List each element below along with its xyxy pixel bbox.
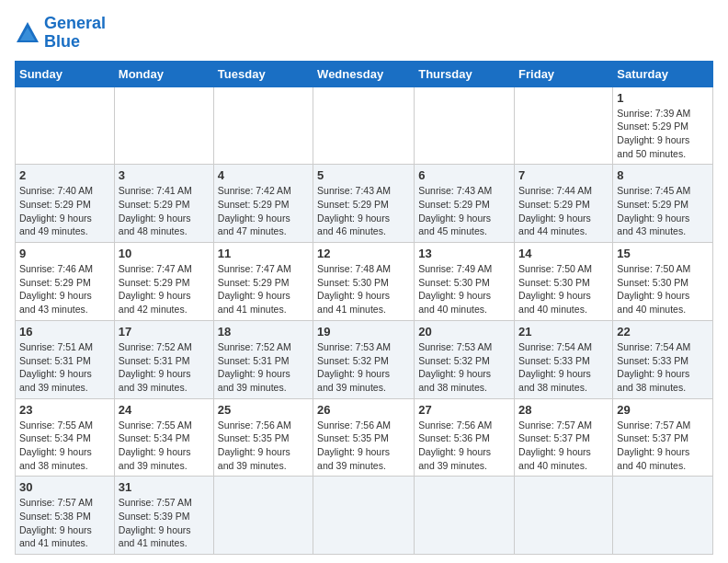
- table-row: 14Sunrise: 7:50 AM Sunset: 5:30 PM Dayli…: [515, 243, 613, 321]
- table-row: 22Sunrise: 7:54 AM Sunset: 5:33 PM Dayli…: [613, 320, 713, 398]
- calendar-row: 2Sunrise: 7:40 AM Sunset: 5:29 PM Daylig…: [16, 165, 713, 243]
- day-info: Sunrise: 7:55 AM Sunset: 5:34 PM Dayligh…: [119, 419, 210, 473]
- day-info: Sunrise: 7:50 AM Sunset: 5:30 PM Dayligh…: [518, 262, 609, 316]
- page-header: General Blue: [15, 15, 713, 52]
- table-row: 19Sunrise: 7:53 AM Sunset: 5:32 PM Dayli…: [313, 320, 415, 398]
- table-row: 6Sunrise: 7:43 AM Sunset: 5:29 PM Daylig…: [415, 165, 515, 243]
- day-info: Sunrise: 7:50 AM Sunset: 5:30 PM Dayligh…: [617, 262, 709, 316]
- table-row: 23Sunrise: 7:55 AM Sunset: 5:34 PM Dayli…: [16, 398, 115, 477]
- table-row: [515, 477, 613, 555]
- table-row: 17Sunrise: 7:52 AM Sunset: 5:31 PM Dayli…: [114, 320, 213, 398]
- day-info: Sunrise: 7:46 AM Sunset: 5:29 PM Dayligh…: [19, 262, 110, 316]
- col-thursday: Thursday: [415, 61, 515, 86]
- table-row: 18Sunrise: 7:52 AM Sunset: 5:31 PM Dayli…: [213, 320, 313, 398]
- table-row: 20Sunrise: 7:53 AM Sunset: 5:32 PM Dayli…: [415, 320, 515, 398]
- day-info: Sunrise: 7:53 AM Sunset: 5:32 PM Dayligh…: [418, 340, 510, 395]
- table-row: 3Sunrise: 7:41 AM Sunset: 5:29 PM Daylig…: [114, 165, 213, 243]
- day-number: 4: [218, 168, 309, 182]
- day-number: 31: [119, 480, 210, 494]
- table-row: [415, 477, 515, 555]
- table-row: [16, 86, 115, 165]
- day-number: 8: [617, 168, 709, 182]
- table-row: 4Sunrise: 7:42 AM Sunset: 5:29 PM Daylig…: [213, 165, 313, 243]
- day-number: 26: [317, 403, 410, 417]
- table-row: [213, 477, 313, 555]
- col-wednesday: Wednesday: [313, 61, 415, 86]
- day-info: Sunrise: 7:51 AM Sunset: 5:31 PM Dayligh…: [19, 340, 110, 395]
- day-info: Sunrise: 7:39 AM Sunset: 5:29 PM Dayligh…: [617, 107, 709, 161]
- logo-icon: [15, 20, 40, 46]
- day-info: Sunrise: 7:56 AM Sunset: 5:36 PM Dayligh…: [418, 419, 510, 473]
- day-number: 29: [617, 403, 709, 417]
- calendar-row: 30Sunrise: 7:57 AM Sunset: 5:38 PM Dayli…: [16, 477, 713, 555]
- table-row: 24Sunrise: 7:55 AM Sunset: 5:34 PM Dayli…: [114, 398, 213, 477]
- col-saturday: Saturday: [613, 61, 713, 86]
- day-number: 22: [617, 325, 709, 339]
- day-info: Sunrise: 7:49 AM Sunset: 5:30 PM Dayligh…: [418, 262, 510, 316]
- table-row: [213, 86, 313, 165]
- day-info: Sunrise: 7:45 AM Sunset: 5:29 PM Dayligh…: [617, 184, 709, 238]
- table-row: 11Sunrise: 7:47 AM Sunset: 5:29 PM Dayli…: [213, 243, 313, 321]
- table-row: 25Sunrise: 7:56 AM Sunset: 5:35 PM Dayli…: [213, 398, 313, 477]
- table-row: 2Sunrise: 7:40 AM Sunset: 5:29 PM Daylig…: [16, 165, 115, 243]
- day-info: Sunrise: 7:47 AM Sunset: 5:29 PM Dayligh…: [119, 262, 210, 316]
- day-number: 28: [518, 403, 609, 417]
- table-row: 29Sunrise: 7:57 AM Sunset: 5:37 PM Dayli…: [613, 398, 713, 477]
- day-info: Sunrise: 7:48 AM Sunset: 5:30 PM Dayligh…: [317, 262, 410, 316]
- day-info: Sunrise: 7:40 AM Sunset: 5:29 PM Dayligh…: [19, 184, 110, 238]
- day-number: 16: [19, 325, 110, 339]
- day-number: 27: [418, 403, 510, 417]
- day-number: 21: [518, 325, 609, 339]
- day-number: 5: [317, 168, 410, 182]
- col-tuesday: Tuesday: [213, 61, 313, 86]
- day-info: Sunrise: 7:42 AM Sunset: 5:29 PM Dayligh…: [218, 184, 309, 238]
- table-row: 15Sunrise: 7:50 AM Sunset: 5:30 PM Dayli…: [613, 243, 713, 321]
- day-info: Sunrise: 7:43 AM Sunset: 5:29 PM Dayligh…: [317, 184, 410, 238]
- day-info: Sunrise: 7:54 AM Sunset: 5:33 PM Dayligh…: [518, 340, 609, 395]
- table-row: [114, 86, 213, 165]
- day-info: Sunrise: 7:43 AM Sunset: 5:29 PM Dayligh…: [418, 184, 510, 238]
- table-row: 8Sunrise: 7:45 AM Sunset: 5:29 PM Daylig…: [613, 165, 713, 243]
- table-row: [515, 86, 613, 165]
- table-row: 16Sunrise: 7:51 AM Sunset: 5:31 PM Dayli…: [16, 320, 115, 398]
- table-row: 12Sunrise: 7:48 AM Sunset: 5:30 PM Dayli…: [313, 243, 415, 321]
- logo: General Blue: [15, 15, 106, 52]
- day-number: 25: [218, 403, 309, 417]
- day-number: 17: [119, 325, 210, 339]
- col-friday: Friday: [515, 61, 613, 86]
- table-row: 1Sunrise: 7:39 AM Sunset: 5:29 PM Daylig…: [613, 86, 713, 165]
- day-info: Sunrise: 7:56 AM Sunset: 5:35 PM Dayligh…: [218, 419, 309, 473]
- day-number: 19: [317, 325, 410, 339]
- table-row: 21Sunrise: 7:54 AM Sunset: 5:33 PM Dayli…: [515, 320, 613, 398]
- table-row: 31Sunrise: 7:57 AM Sunset: 5:39 PM Dayli…: [114, 477, 213, 555]
- day-info: Sunrise: 7:55 AM Sunset: 5:34 PM Dayligh…: [19, 419, 110, 473]
- day-info: Sunrise: 7:54 AM Sunset: 5:33 PM Dayligh…: [617, 340, 709, 395]
- day-number: 12: [317, 247, 410, 260]
- table-row: 28Sunrise: 7:57 AM Sunset: 5:37 PM Dayli…: [515, 398, 613, 477]
- day-number: 24: [119, 403, 210, 417]
- day-info: Sunrise: 7:57 AM Sunset: 5:37 PM Dayligh…: [518, 419, 609, 473]
- day-info: Sunrise: 7:47 AM Sunset: 5:29 PM Dayligh…: [218, 262, 309, 316]
- day-number: 23: [19, 403, 110, 417]
- day-info: Sunrise: 7:52 AM Sunset: 5:31 PM Dayligh…: [218, 340, 309, 395]
- table-row: 7Sunrise: 7:44 AM Sunset: 5:29 PM Daylig…: [515, 165, 613, 243]
- day-number: 7: [518, 168, 609, 182]
- day-info: Sunrise: 7:44 AM Sunset: 5:29 PM Dayligh…: [518, 184, 609, 238]
- table-row: [313, 86, 415, 165]
- table-row: 30Sunrise: 7:57 AM Sunset: 5:38 PM Dayli…: [16, 477, 115, 555]
- day-number: 20: [418, 325, 510, 339]
- day-number: 13: [418, 247, 510, 260]
- day-number: 2: [19, 168, 110, 182]
- day-number: 14: [518, 247, 609, 260]
- table-row: [613, 477, 713, 555]
- day-info: Sunrise: 7:57 AM Sunset: 5:38 PM Dayligh…: [19, 496, 110, 550]
- day-number: 30: [19, 480, 110, 494]
- day-info: Sunrise: 7:41 AM Sunset: 5:29 PM Dayligh…: [119, 184, 210, 238]
- calendar-row: 1Sunrise: 7:39 AM Sunset: 5:29 PM Daylig…: [16, 86, 713, 165]
- day-number: 11: [218, 247, 309, 260]
- logo-text: General Blue: [44, 15, 106, 52]
- table-row: [415, 86, 515, 165]
- day-number: 10: [119, 247, 210, 260]
- calendar-row: 9Sunrise: 7:46 AM Sunset: 5:29 PM Daylig…: [16, 243, 713, 321]
- day-info: Sunrise: 7:57 AM Sunset: 5:39 PM Dayligh…: [119, 496, 210, 550]
